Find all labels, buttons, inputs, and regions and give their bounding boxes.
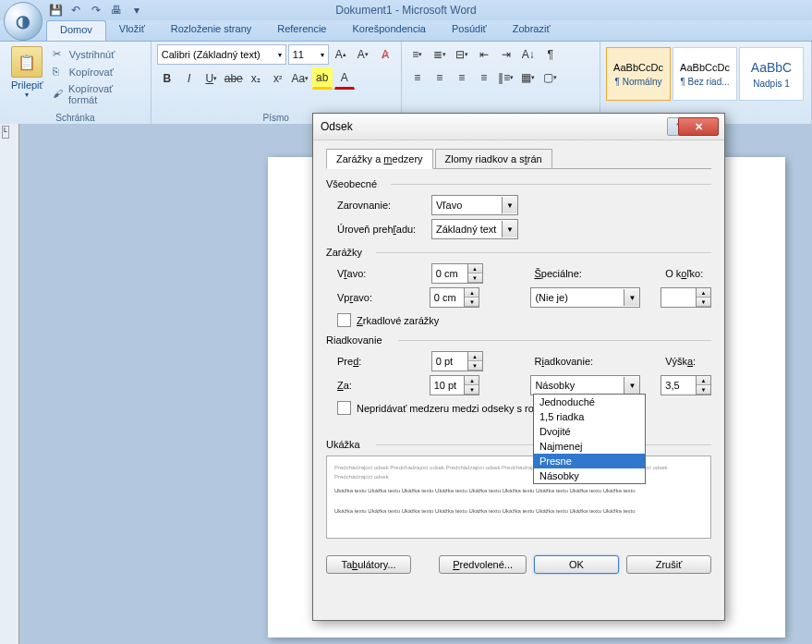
tab-view[interactable]: Zobraziť [500,20,564,41]
increase-indent-button[interactable]: ⇥ [496,44,516,65]
after-label: Za: [337,380,422,391]
option-exactly[interactable]: Presne [534,454,645,468]
alignment-combo[interactable]: Vľavo▼ [431,195,518,215]
ok-button[interactable]: OK [534,555,619,574]
copy-icon: ⎘ [53,66,66,79]
at-spinner[interactable]: 3,5▲▼ [661,375,711,395]
tab-references[interactable]: Referencie [264,20,339,41]
default-button[interactable]: Predvolené... [439,555,527,574]
underline-button[interactable]: U▾ [201,68,222,89]
font-size-combo[interactable]: 11▾ [288,44,329,65]
tab-indents-spacing[interactable]: Zarážky a medzery [326,149,433,169]
style-normal[interactable]: AaBbCcDc ¶ Normálny [606,47,671,101]
strike-button[interactable]: abe [224,68,244,89]
style-heading1[interactable]: AaBbC Nadpis 1 [739,47,804,101]
qat-more-icon[interactable]: ▾ [129,3,144,18]
tabs-button[interactable]: Tabulátory... [326,555,411,574]
option-single[interactable]: Jednoduché [534,395,645,409]
indent-right-spinner[interactable]: 0 cm▲▼ [430,287,480,308]
paste-button[interactable]: 📋 Prilepiť ▾ [6,44,49,107]
mirror-indents-checkbox[interactable]: Zrkadlové zarážky [337,313,711,327]
special-label: Špeciálne: [534,268,599,279]
alignment-label: Zarovnanie: [337,200,424,211]
chevron-down-icon: ▼ [624,289,639,306]
close-button[interactable]: ✕ [678,117,719,136]
group-label-clipboard: Schránka [0,113,151,123]
cut-button[interactable]: ✂Vystrihnúť [49,46,145,63]
tab-line-breaks[interactable]: Zlomy riadkov a strán [435,149,552,169]
font-name-combo[interactable]: Calibri (Základný text)▾ [157,44,286,65]
group-clipboard: 📋 Prilepiť ▾ ✂Vystrihnúť ⎘Kopírovať 🖌Kop… [0,42,151,125]
show-marks-button[interactable]: ¶ [540,44,561,65]
window-title: Dokument1 - Microsoft Word [335,4,477,17]
chevron-down-icon: ▼ [502,197,517,213]
after-spinner[interactable]: 10 pt▲▼ [430,375,480,395]
borders-button[interactable]: ▢▾ [540,67,561,88]
section-indentation: Zarážky [326,247,711,258]
shading-button[interactable]: ▦▾ [518,67,539,88]
tab-home[interactable]: Domov [46,20,106,41]
copy-button[interactable]: ⎘Kopírovať [49,64,145,80]
option-1-5[interactable]: 1,5 riadka [534,409,645,424]
tab-selector[interactable]: L [2,126,9,139]
italic-button[interactable]: I [179,68,200,89]
chevron-down-icon: ▼ [502,221,517,237]
tab-mailings[interactable]: Korešpondencia [339,20,439,41]
by-spinner[interactable]: ▲▼ [661,287,711,308]
cancel-button[interactable]: Zrušiť [626,555,711,574]
outline-label: Úroveň prehľadu: [337,224,424,235]
numbering-button[interactable]: ≣▾ [430,44,450,65]
clear-format-button[interactable]: A̷ [375,44,395,65]
office-button[interactable]: ◑ [4,2,42,41]
multilevel-button[interactable]: ⊟▾ [452,44,472,65]
outline-combo[interactable]: Základný text▼ [431,219,518,239]
change-case-button[interactable]: Aa▾ [290,68,310,89]
indent-left-spinner[interactable]: 0 cm▲▼ [431,263,483,284]
redo-icon[interactable]: ↷ [89,3,103,18]
before-spinner[interactable]: 0 pt▲▼ [431,351,483,371]
decrease-indent-button[interactable]: ⇤ [474,44,494,65]
line-spacing-combo[interactable]: Násobky▼ [530,375,640,395]
highlight-button[interactable]: ab [312,67,333,90]
bold-button[interactable]: B [157,68,177,89]
chevron-down-icon: ▼ [624,377,639,394]
grow-font-button[interactable]: A▴ [331,44,351,65]
option-multiple[interactable]: Násobky [534,468,645,483]
align-right-button[interactable]: ≡ [452,67,472,88]
tab-layout[interactable]: Rozloženie strany [158,20,264,41]
special-combo[interactable]: (Nie je)▼ [530,287,640,308]
subscript-button[interactable]: x₂ [246,68,266,89]
justify-button[interactable]: ≡ [474,67,494,88]
by-label: O koľko: [665,268,711,279]
line-spacing-button[interactable]: ‖≡▾ [496,67,516,88]
print-icon[interactable]: 🖶 [109,3,124,18]
superscript-button[interactable]: x² [268,68,288,89]
section-general: Všeobecné [326,178,711,189]
title-bar: ◑ 💾 ↶ ↷ 🖶 ▾ Dokument1 - Microsoft Word [0,0,812,20]
align-left-button[interactable]: ≡ [407,67,428,88]
at-label: Výška: [665,356,711,367]
dialog-buttons: Tabulátory... Predvolené... OK Zrušiť [313,555,724,583]
section-preview: Ukážka [326,439,711,450]
option-double[interactable]: Dvojité [534,424,645,439]
font-color-button[interactable]: A [334,67,355,90]
vertical-ruler[interactable] [0,124,19,644]
brush-icon: 🖌 [53,88,65,101]
style-no-spacing[interactable]: AaBbCcDc ¶ Bez riad... [673,47,737,101]
format-painter-button[interactable]: 🖌Kopírovať formát [49,81,145,107]
undo-icon[interactable]: ↶ [68,3,83,18]
paste-icon: 📋 [11,46,42,78]
no-space-checkbox[interactable]: Nepridávať medzeru medzi odseky s rov [337,401,711,415]
save-icon[interactable]: 💾 [48,3,63,18]
align-center-button[interactable]: ≡ [430,67,450,88]
scissors-icon: ✂ [53,48,66,61]
bullets-button[interactable]: ≡▾ [407,44,428,65]
tab-insert[interactable]: Vložiť [106,20,158,41]
option-at-least[interactable]: Najmenej [534,439,645,454]
tab-review[interactable]: Posúdiť [439,20,500,41]
line-spacing-label: Riadkovanie: [534,356,608,367]
sort-button[interactable]: A↓ [518,44,539,65]
shrink-font-button[interactable]: A▾ [353,44,373,65]
indent-left-label: Vľavo: [337,268,424,279]
dialog-titlebar[interactable]: Odsek ? ✕ [313,114,724,140]
